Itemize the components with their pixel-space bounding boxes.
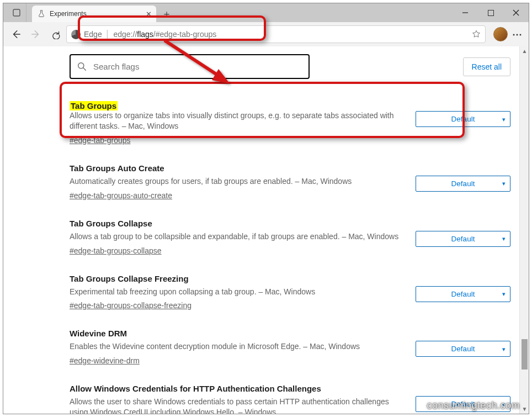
forward-button[interactable] — [26, 25, 45, 44]
maximize-button[interactable] — [478, 3, 503, 22]
flag-description: Experimental tab freezing upon collapsin… — [70, 287, 399, 297]
star-icon — [472, 30, 481, 39]
search-icon — [77, 62, 87, 71]
flag-info: Tab Groups Auto CreateAutomatically crea… — [70, 163, 399, 200]
browser-toolbar: Edge │ edge://flags/#edge-tab-groups ⋯ — [3, 22, 529, 46]
address-divider: │ — [105, 30, 110, 39]
flag-select-value: Default — [451, 345, 475, 353]
chevron-down-icon: ▾ — [502, 180, 506, 187]
flag-title: Widevine DRM — [70, 329, 399, 338]
flag-anchor-link[interactable]: #edge-tab-groups-auto-create — [70, 191, 172, 200]
chevron-down-icon: ▾ — [502, 115, 506, 123]
flag-row: Tab GroupsAllows users to organize tabs … — [70, 92, 510, 155]
url-text: edge://flags/#edge-tab-groups — [113, 30, 216, 39]
chevron-down-icon: ▾ — [502, 291, 506, 298]
flags-page: Reset all Tab GroupsAllows users to orga… — [3, 46, 519, 414]
close-icon — [513, 9, 519, 16]
flag-select-value: Default — [451, 235, 475, 243]
close-tab-icon[interactable]: ✕ — [146, 10, 152, 18]
browser-tab[interactable]: Experiments ✕ — [32, 6, 156, 22]
minimize-icon — [462, 9, 469, 16]
address-bar[interactable]: Edge │ edge://flags/#edge-tab-groups — [66, 25, 486, 43]
flag-anchor-link[interactable]: #edge-widevine-drm — [70, 356, 140, 365]
minimize-button[interactable] — [453, 3, 478, 22]
maximize-icon — [488, 10, 494, 16]
flag-description: Enables the Widevine content decryption … — [70, 341, 399, 352]
svg-point-4 — [78, 63, 84, 68]
browser-name-label: Edge — [84, 30, 102, 39]
tab-actions-button[interactable] — [7, 3, 26, 22]
more-menu-button[interactable]: ⋯ — [512, 28, 523, 40]
flag-select[interactable]: Default▾ — [416, 111, 510, 127]
search-row: Reset all — [70, 54, 510, 79]
flag-title: Tab Groups Collapse Freezing — [70, 274, 399, 283]
flag-description: Allows the user to share Windows credent… — [70, 397, 399, 414]
favorite-icon[interactable] — [472, 30, 481, 39]
new-tab-button[interactable]: ＋ — [158, 6, 175, 22]
flag-select[interactable]: Default▾ — [416, 341, 510, 357]
scrollbar-thumb[interactable] — [522, 339, 528, 370]
svg-rect-0 — [13, 9, 20, 16]
flags-list: Tab GroupsAllows users to organize tabs … — [70, 92, 510, 414]
chevron-down-icon: ▾ — [502, 235, 506, 242]
flag-info: Allow Windows Credentials for HTTP Authe… — [70, 384, 399, 414]
flag-select-value: Default — [451, 115, 475, 123]
flag-title: Allow Windows Credentials for HTTP Authe… — [70, 384, 399, 393]
flag-info: Tab Groups Collapse FreezingExperimental… — [70, 274, 399, 310]
flag-description: Allows a tab group to be collapsible and… — [70, 231, 399, 242]
flag-select-value: Default — [451, 180, 475, 188]
flask-icon — [38, 10, 45, 18]
flag-title: Tab Groups — [70, 101, 118, 110]
svg-line-5 — [83, 68, 86, 70]
flag-title: Tab Groups Collapse — [70, 219, 399, 228]
vertical-scrollbar[interactable]: ▲ ▼ — [519, 46, 529, 414]
flag-anchor-link[interactable]: #edge-tab-groups-collapse-freezing — [70, 301, 191, 310]
flag-info: Tab GroupsAllows users to organize tabs … — [70, 101, 399, 145]
refresh-icon — [51, 30, 61, 39]
refresh-button[interactable] — [46, 25, 65, 44]
flag-select-value: Default — [451, 290, 475, 298]
window-controls — [453, 3, 529, 22]
close-window-button[interactable] — [503, 3, 529, 22]
scrollbar-up-icon[interactable]: ▲ — [520, 46, 529, 56]
search-flags-box[interactable] — [70, 54, 310, 79]
arrow-left-icon — [11, 29, 21, 39]
flag-row: Tab Groups Collapse FreezingExperimental… — [70, 265, 510, 320]
flag-select[interactable]: Default▾ — [416, 286, 510, 302]
browser-window: Experiments ✕ ＋ Edge │ edge://flags/#edg… — [3, 3, 529, 414]
scrollbar-down-icon[interactable]: ▼ — [520, 404, 529, 414]
profile-avatar[interactable] — [493, 27, 508, 41]
flag-info: Widevine DRMEnables the Widevine content… — [70, 329, 399, 365]
chevron-down-icon: ▾ — [502, 345, 506, 352]
back-button[interactable] — [7, 25, 25, 44]
flag-row: Tab Groups Auto CreateAutomatically crea… — [70, 155, 510, 210]
flag-description: Automatically creates groups for users, … — [70, 176, 399, 187]
tab-title: Experiments — [50, 10, 87, 18]
arrow-right-icon — [31, 29, 41, 39]
page-viewport: Reset all Tab GroupsAllows users to orga… — [3, 46, 529, 414]
tab-strip: Experiments ✕ ＋ — [3, 3, 529, 22]
reset-all-button[interactable]: Reset all — [463, 57, 510, 76]
watermark-text: consumingtech.com — [427, 400, 520, 411]
flag-row: Tab Groups CollapseAllows a tab group to… — [70, 210, 510, 265]
flag-row: Widevine DRMEnables the Widevine content… — [70, 320, 510, 375]
flag-select[interactable]: Default▾ — [416, 176, 510, 192]
flag-anchor-link[interactable]: #edge-tab-groups-collapse — [70, 246, 162, 255]
flag-info: Tab Groups CollapseAllows a tab group to… — [70, 219, 399, 255]
search-input[interactable] — [92, 61, 302, 72]
square-icon — [13, 9, 20, 17]
flag-anchor-link[interactable]: #edge-tab-groups — [70, 136, 131, 145]
flag-select[interactable]: Default▾ — [416, 231, 510, 247]
flag-title: Tab Groups Auto Create — [70, 163, 399, 173]
edge-logo-icon — [71, 30, 81, 39]
flag-description: Allows users to organize tabs into visua… — [70, 110, 399, 131]
